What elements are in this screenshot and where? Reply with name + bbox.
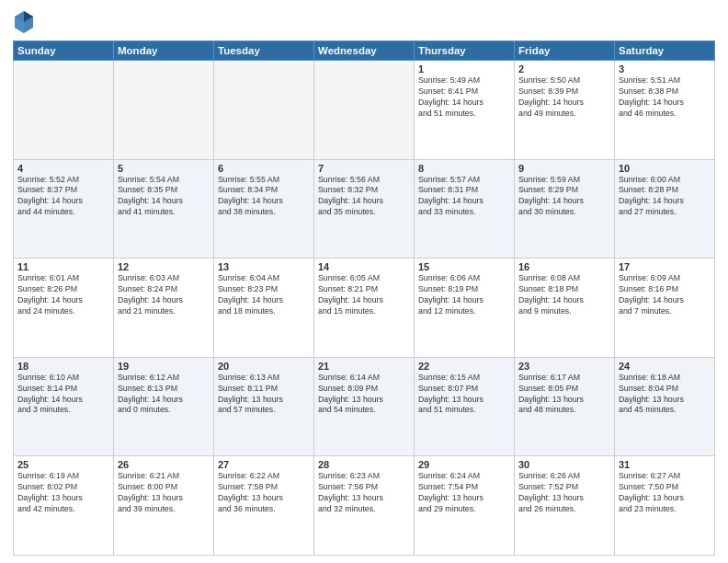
day-number: 19 (118, 361, 210, 372)
calendar-cell: 20Sunrise: 6:13 AM Sunset: 8:11 PM Dayli… (214, 357, 314, 456)
day-info: Sunrise: 5:54 AM Sunset: 8:35 PM Dayligh… (118, 175, 210, 219)
day-number: 9 (518, 163, 610, 174)
calendar-cell: 18Sunrise: 6:10 AM Sunset: 8:14 PM Dayli… (14, 357, 114, 456)
day-info: Sunrise: 6:17 AM Sunset: 8:05 PM Dayligh… (518, 373, 610, 417)
day-info: Sunrise: 6:21 AM Sunset: 8:00 PM Dayligh… (118, 471, 210, 515)
day-info: Sunrise: 6:18 AM Sunset: 8:04 PM Dayligh… (619, 373, 711, 417)
day-number: 23 (518, 361, 610, 372)
calendar-cell: 19Sunrise: 6:12 AM Sunset: 8:13 PM Dayli… (114, 357, 214, 456)
day-header-tuesday: Tuesday (214, 41, 314, 61)
day-number: 2 (518, 63, 610, 75)
calendar-cell: 10Sunrise: 6:00 AM Sunset: 8:28 PM Dayli… (615, 159, 715, 259)
day-info: Sunrise: 6:06 AM Sunset: 8:19 PM Dayligh… (418, 273, 510, 317)
day-number: 11 (17, 261, 109, 272)
calendar-table: SundayMondayTuesdayWednesdayThursdayFrid… (13, 40, 715, 556)
calendar-cell: 21Sunrise: 6:14 AM Sunset: 8:09 PM Dayli… (314, 357, 415, 456)
day-info: Sunrise: 5:49 AM Sunset: 8:41 PM Dayligh… (418, 75, 510, 120)
calendar-cell: 4Sunrise: 5:52 AM Sunset: 8:37 PM Daylig… (14, 159, 114, 259)
day-info: Sunrise: 5:50 AM Sunset: 8:39 PM Dayligh… (518, 75, 610, 120)
day-info: Sunrise: 6:09 AM Sunset: 8:16 PM Dayligh… (619, 273, 711, 317)
calendar-cell: 23Sunrise: 6:17 AM Sunset: 8:05 PM Dayli… (515, 357, 615, 456)
logo-icon (13, 9, 35, 35)
day-info: Sunrise: 6:22 AM Sunset: 7:58 PM Dayligh… (218, 471, 310, 515)
calendar-cell: 14Sunrise: 6:05 AM Sunset: 8:21 PM Dayli… (314, 259, 415, 358)
day-number: 26 (118, 459, 210, 470)
day-number: 8 (418, 163, 510, 174)
day-header-monday: Monday (114, 41, 214, 61)
day-info: Sunrise: 6:27 AM Sunset: 7:50 PM Dayligh… (619, 471, 711, 515)
calendar-cell: 11Sunrise: 6:01 AM Sunset: 8:26 PM Dayli… (14, 259, 114, 358)
day-number: 16 (518, 261, 610, 272)
day-info: Sunrise: 5:57 AM Sunset: 8:31 PM Dayligh… (418, 175, 510, 219)
day-info: Sunrise: 5:51 AM Sunset: 8:38 PM Dayligh… (619, 75, 711, 120)
day-number: 25 (17, 459, 109, 470)
day-header-wednesday: Wednesday (314, 41, 415, 61)
day-number: 30 (518, 459, 610, 470)
calendar-page: SundayMondayTuesdayWednesdayThursdayFrid… (0, 0, 728, 563)
day-header-friday: Friday (515, 41, 615, 61)
calendar-cell: 27Sunrise: 6:22 AM Sunset: 7:58 PM Dayli… (214, 456, 314, 556)
logo (13, 9, 39, 35)
day-number: 15 (418, 261, 510, 272)
calendar-cell: 28Sunrise: 6:23 AM Sunset: 7:56 PM Dayli… (314, 456, 415, 556)
calendar-cell: 17Sunrise: 6:09 AM Sunset: 8:16 PM Dayli… (615, 259, 715, 358)
day-info: Sunrise: 6:15 AM Sunset: 8:07 PM Dayligh… (418, 373, 510, 417)
calendar-cell: 25Sunrise: 6:19 AM Sunset: 8:02 PM Dayli… (14, 456, 114, 556)
calendar-cell: 3Sunrise: 5:51 AM Sunset: 8:38 PM Daylig… (615, 61, 715, 160)
day-info: Sunrise: 6:03 AM Sunset: 8:24 PM Dayligh… (118, 273, 210, 317)
calendar-cell: 12Sunrise: 6:03 AM Sunset: 8:24 PM Dayli… (114, 259, 214, 358)
day-info: Sunrise: 6:23 AM Sunset: 7:56 PM Dayligh… (318, 471, 410, 515)
calendar-cell: 7Sunrise: 5:56 AM Sunset: 8:32 PM Daylig… (314, 159, 415, 259)
calendar-cell: 16Sunrise: 6:08 AM Sunset: 8:18 PM Dayli… (515, 259, 615, 358)
day-info: Sunrise: 6:04 AM Sunset: 8:23 PM Dayligh… (218, 273, 310, 317)
day-number: 17 (619, 261, 711, 272)
day-number: 12 (118, 261, 210, 272)
day-info: Sunrise: 6:24 AM Sunset: 7:54 PM Dayligh… (418, 471, 510, 515)
day-info: Sunrise: 6:10 AM Sunset: 8:14 PM Dayligh… (17, 373, 109, 417)
calendar-week-row: 18Sunrise: 6:10 AM Sunset: 8:14 PM Dayli… (14, 357, 715, 456)
day-info: Sunrise: 5:56 AM Sunset: 8:32 PM Dayligh… (318, 175, 410, 219)
day-number: 21 (318, 361, 410, 372)
calendar-cell: 30Sunrise: 6:26 AM Sunset: 7:52 PM Dayli… (515, 456, 615, 556)
day-header-thursday: Thursday (415, 41, 515, 61)
day-number: 31 (619, 459, 711, 470)
day-number: 3 (619, 63, 711, 75)
day-number: 24 (619, 361, 711, 372)
day-number: 29 (418, 459, 510, 470)
day-number: 22 (418, 361, 510, 372)
day-number: 18 (17, 361, 109, 372)
calendar-cell (214, 61, 314, 160)
day-number: 27 (218, 459, 310, 470)
calendar-cell: 15Sunrise: 6:06 AM Sunset: 8:19 PM Dayli… (415, 259, 515, 358)
day-number: 13 (218, 261, 310, 272)
day-info: Sunrise: 6:08 AM Sunset: 8:18 PM Dayligh… (518, 273, 610, 317)
calendar-cell: 8Sunrise: 5:57 AM Sunset: 8:31 PM Daylig… (415, 159, 515, 259)
calendar-cell: 29Sunrise: 6:24 AM Sunset: 7:54 PM Dayli… (415, 456, 515, 556)
calendar-cell (314, 61, 415, 160)
day-info: Sunrise: 6:26 AM Sunset: 7:52 PM Dayligh… (518, 471, 610, 515)
day-info: Sunrise: 5:52 AM Sunset: 8:37 PM Dayligh… (17, 175, 109, 219)
day-info: Sunrise: 6:19 AM Sunset: 8:02 PM Dayligh… (17, 471, 109, 515)
day-number: 7 (318, 163, 410, 174)
day-header-saturday: Saturday (615, 41, 715, 61)
calendar-week-row: 11Sunrise: 6:01 AM Sunset: 8:26 PM Dayli… (14, 259, 715, 358)
calendar-cell (14, 61, 114, 160)
calendar-cell: 26Sunrise: 6:21 AM Sunset: 8:00 PM Dayli… (114, 456, 214, 556)
header (13, 9, 715, 35)
day-number: 4 (17, 163, 109, 174)
calendar-cell: 6Sunrise: 5:55 AM Sunset: 8:34 PM Daylig… (214, 159, 314, 259)
calendar-cell: 9Sunrise: 5:59 AM Sunset: 8:29 PM Daylig… (515, 159, 615, 259)
calendar-cell: 13Sunrise: 6:04 AM Sunset: 8:23 PM Dayli… (214, 259, 314, 358)
day-number: 6 (218, 163, 310, 174)
calendar-cell: 5Sunrise: 5:54 AM Sunset: 8:35 PM Daylig… (114, 159, 214, 259)
calendar-week-row: 25Sunrise: 6:19 AM Sunset: 8:02 PM Dayli… (14, 456, 715, 556)
day-info: Sunrise: 5:55 AM Sunset: 8:34 PM Dayligh… (218, 175, 310, 219)
day-number: 10 (619, 163, 711, 174)
day-info: Sunrise: 6:14 AM Sunset: 8:09 PM Dayligh… (318, 373, 410, 417)
day-header-sunday: Sunday (14, 41, 114, 61)
calendar-cell: 31Sunrise: 6:27 AM Sunset: 7:50 PM Dayli… (615, 456, 715, 556)
calendar-header-row: SundayMondayTuesdayWednesdayThursdayFrid… (14, 41, 715, 61)
day-number: 5 (118, 163, 210, 174)
day-info: Sunrise: 6:12 AM Sunset: 8:13 PM Dayligh… (118, 373, 210, 417)
day-number: 20 (218, 361, 310, 372)
